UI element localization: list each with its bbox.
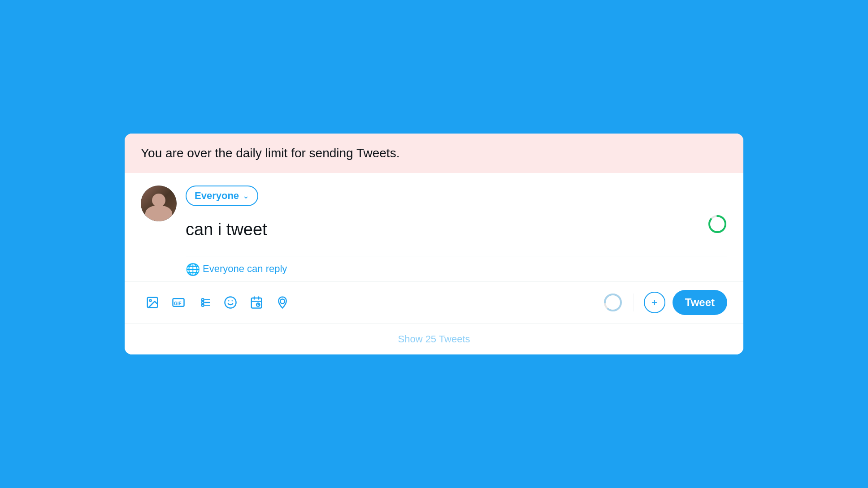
toolbar-right: + Tweet (602, 290, 727, 315)
emoji-icon[interactable] (219, 291, 242, 314)
avatar-image (141, 186, 177, 221)
rate-limit-banner: You are over the daily limit for sending… (125, 134, 743, 173)
plus-icon: + (651, 296, 658, 309)
tweet-text-content[interactable]: can i tweet (186, 214, 727, 245)
poll-icon[interactable] (193, 291, 216, 314)
image-icon[interactable] (141, 291, 164, 314)
svg-point-8 (202, 302, 204, 304)
avatar (141, 186, 177, 221)
add-thread-button[interactable]: + (644, 292, 665, 313)
compose-right: Everyone ⌄ can i tweet 🌐 Everyone can re… (186, 186, 727, 281)
location-icon[interactable] (271, 291, 294, 314)
audience-label: Everyone (195, 190, 239, 202)
tweet-submit-button[interactable]: Tweet (673, 290, 727, 315)
svg-point-10 (202, 304, 204, 307)
chevron-down-icon: ⌄ (243, 191, 249, 201)
svg-point-20 (280, 299, 285, 304)
rate-limit-text: You are over the daily limit for sending… (141, 146, 399, 160)
svg-text:GIF: GIF (174, 301, 182, 306)
globe-icon: 🌐 (186, 263, 198, 275)
toolbar-icon-group: GIF (141, 291, 598, 314)
svg-rect-15 (252, 298, 262, 308)
compose-card: You are over the daily limit for sending… (125, 134, 743, 354)
bottom-hint-text: Show 25 Tweets (398, 333, 470, 345)
bottom-bar: Show 25 Tweets (125, 323, 743, 354)
audience-selector-button[interactable]: Everyone ⌄ (186, 186, 258, 206)
reply-setting: 🌐 Everyone can reply (186, 256, 727, 281)
svg-point-3 (150, 300, 152, 302)
svg-point-12 (225, 297, 236, 308)
char-progress-small (602, 292, 624, 313)
compose-toolbar: GIF (125, 281, 743, 323)
gif-icon[interactable]: GIF (167, 291, 190, 314)
character-count-ring (707, 214, 727, 234)
svg-point-6 (202, 298, 204, 301)
tweet-text-wrapper: can i tweet (186, 214, 727, 245)
toolbar-divider (634, 294, 634, 311)
compose-area: Everyone ⌄ can i tweet 🌐 Everyone can re… (125, 173, 743, 281)
reply-setting-text: Everyone can reply (203, 263, 287, 275)
schedule-icon[interactable] (245, 291, 268, 314)
